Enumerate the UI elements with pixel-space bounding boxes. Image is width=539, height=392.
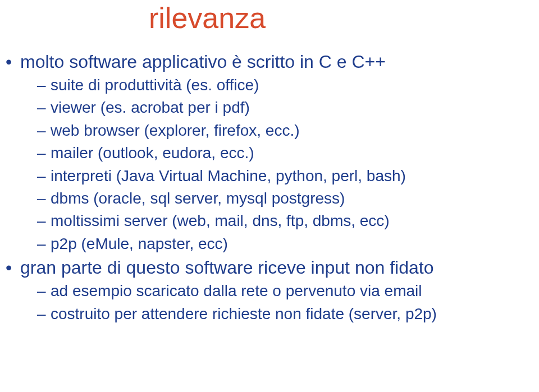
bullet-text: p2p (eMule, napster, ecc) xyxy=(51,234,539,254)
bullet-item: – interpreti (Java Virtual Machine, pyth… xyxy=(37,166,539,186)
bullet-marker: – xyxy=(37,143,51,163)
bullet-text: dbms (oracle, sql server, mysql postgres… xyxy=(51,188,539,209)
slide-container: rilevanza • molto software applicativo è… xyxy=(0,0,539,392)
bullet-text: gran parte di questo software riceve inp… xyxy=(20,256,539,279)
bullet-item: – web browser (explorer, firefox, ecc.) xyxy=(37,121,539,141)
bullet-text: suite di produttività (es. office) xyxy=(51,75,539,95)
slide-content: • molto software applicativo è scritto i… xyxy=(0,35,539,324)
bullet-marker: • xyxy=(6,50,20,73)
bullet-item: – viewer (es. acrobat per i pdf) xyxy=(37,98,539,118)
bullet-marker: – xyxy=(37,188,51,209)
bullet-item: • gran parte di questo software riceve i… xyxy=(6,256,539,279)
bullet-text: web browser (explorer, firefox, ecc.) xyxy=(51,121,539,141)
bullet-item: – mailer (outlook, eudora, ecc.) xyxy=(37,143,539,163)
bullet-item: – costruito per attendere richieste non … xyxy=(37,304,539,324)
bullet-item: – suite di produttività (es. office) xyxy=(37,75,539,95)
bullet-marker: – xyxy=(37,234,51,254)
bullet-marker: • xyxy=(6,256,20,279)
bullet-item: – dbms (oracle, sql server, mysql postgr… xyxy=(37,188,539,209)
bullet-item: • molto software applicativo è scritto i… xyxy=(6,50,539,73)
bullet-text: mailer (outlook, eudora, ecc.) xyxy=(51,143,539,163)
bullet-marker: – xyxy=(37,281,51,301)
bullet-text: ad esempio scaricato dalla rete o perven… xyxy=(51,281,539,301)
bullet-text: viewer (es. acrobat per i pdf) xyxy=(51,98,539,118)
bullet-marker: – xyxy=(37,75,51,95)
bullet-item: – moltissimi server (web, mail, dns, ftp… xyxy=(37,211,539,231)
bullet-marker: – xyxy=(37,304,51,324)
bullet-marker: – xyxy=(37,121,51,141)
bullet-text: interpreti (Java Virtual Machine, python… xyxy=(51,166,539,186)
bullet-item: – ad esempio scaricato dalla rete o perv… xyxy=(37,281,539,301)
bullet-marker: – xyxy=(37,98,51,118)
bullet-marker: – xyxy=(37,211,51,231)
bullet-text: costruito per attendere richieste non fi… xyxy=(51,304,539,324)
bullet-marker: – xyxy=(37,166,51,186)
bullet-text: molto software applicativo è scritto in … xyxy=(20,50,539,73)
bullet-item: – p2p (eMule, napster, ecc) xyxy=(37,234,539,254)
slide-title: rilevanza xyxy=(0,0,539,35)
bullet-text: moltissimi server (web, mail, dns, ftp, … xyxy=(51,211,539,231)
